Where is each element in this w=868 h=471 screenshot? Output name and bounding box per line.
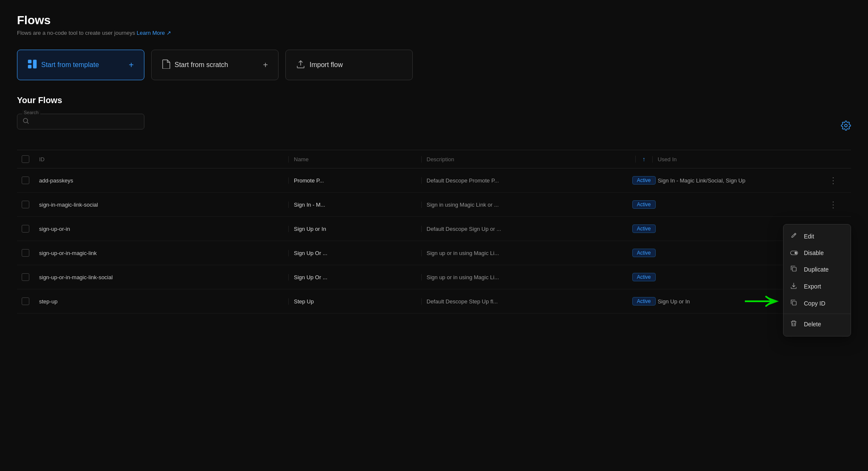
- edit-icon: [790, 232, 799, 241]
- header-name: Name: [288, 156, 421, 163]
- header-description: Description: [421, 156, 635, 163]
- copy-id-icon: [790, 299, 799, 308]
- row-id-4: sign-up-or-in-magic-link-social: [34, 274, 288, 280]
- page-header: Flows Flows are a no-code tool to create…: [17, 14, 851, 36]
- row-checkbox-col: [17, 201, 34, 208]
- row-id-0: add-passkeys: [34, 177, 288, 184]
- import-flow-label: Import flow: [310, 61, 343, 69]
- header-checkbox-col: [17, 155, 34, 163]
- context-menu-duplicate[interactable]: Duplicate: [783, 261, 851, 278]
- row-more-button-0[interactable]: ⋮: [826, 174, 841, 186]
- context-menu-delete[interactable]: Delete: [783, 316, 851, 333]
- row-name-1: Sign In - M...: [288, 202, 421, 208]
- row-status-2: Active: [635, 224, 652, 233]
- plus-icon-scratch: +: [263, 60, 268, 70]
- table-header: ID Name Description ↑ Used In: [17, 150, 851, 168]
- table-row: sign-up-or-in-magic-link-social Sign Up …: [17, 265, 851, 289]
- row-checkbox-2[interactable]: [22, 225, 29, 233]
- export-label: Export: [804, 283, 821, 290]
- duplicate-label: Duplicate: [804, 266, 829, 273]
- start-from-scratch-label: Start from scratch: [175, 61, 228, 69]
- external-link-icon: ↗: [166, 30, 171, 36]
- page-subtitle: Flows are a no-code tool to create user …: [17, 30, 851, 36]
- row-checkbox-3[interactable]: [22, 249, 29, 257]
- header-id: ID: [34, 156, 288, 163]
- row-status-0: Active: [635, 176, 652, 185]
- table-row: add-passkeys Promote P... Default Descop…: [17, 168, 851, 193]
- row-more-button-1[interactable]: ⋮: [826, 199, 841, 210]
- row-desc-3: Sign up or in using Magic Li...: [421, 250, 635, 256]
- context-menu-divider: [783, 314, 851, 314]
- row-name-2: Sign Up or In: [288, 226, 421, 232]
- row-id-3: sign-up-or-in-magic-link: [34, 250, 288, 256]
- search-label: Search: [22, 110, 40, 115]
- flows-table: ID Name Description ↑ Used In: [17, 150, 851, 314]
- row-id-2: sign-up-or-in: [34, 226, 288, 232]
- context-menu-export[interactable]: Export: [783, 278, 851, 295]
- context-menu-edit[interactable]: Edit: [783, 228, 851, 245]
- page-title: Flows: [17, 14, 851, 27]
- row-name-4: Sign Up Or ...: [288, 274, 421, 280]
- start-from-template-button[interactable]: Start from template +: [17, 50, 144, 80]
- search-row: Search: [17, 114, 851, 140]
- row-id-1: sign-in-magic-link-social: [34, 202, 288, 208]
- row-actions-1: ⋮ Edit: [826, 199, 851, 210]
- sort-icon: ↑: [643, 156, 645, 163]
- table-row: step-up Step Up Default Descope Step Up …: [17, 289, 851, 314]
- search-icon: [23, 118, 29, 126]
- row-status-5: Active: [635, 297, 652, 306]
- header-usedin: Used In: [652, 156, 826, 163]
- action-buttons: Start from template + Start from scratch…: [17, 50, 851, 80]
- flows-section: Your Flows Search: [17, 95, 851, 314]
- duplicate-icon: [790, 265, 799, 274]
- import-flow-button[interactable]: Import flow: [285, 50, 413, 80]
- start-from-template-label: Start from template: [41, 61, 99, 69]
- row-checkbox-1[interactable]: [22, 201, 29, 208]
- row-name-0: Promote P...: [288, 177, 421, 184]
- row-desc-0: Default Descope Promote P...: [421, 177, 635, 184]
- context-menu-disable[interactable]: Disable: [783, 245, 851, 261]
- context-menu-copy-id[interactable]: Copy ID: [783, 295, 851, 312]
- upload-icon: [296, 59, 305, 71]
- arrow-indicator: [745, 295, 779, 308]
- learn-more-link[interactable]: Learn More ↗: [137, 30, 171, 36]
- row-desc-5: Default Descope Step Up fl...: [421, 298, 635, 305]
- row-desc-4: Sign up or in using Magic Li...: [421, 274, 635, 280]
- header-sort[interactable]: ↑: [635, 156, 652, 163]
- svg-rect-6: [792, 267, 796, 271]
- document-icon: [162, 59, 170, 71]
- table-row: sign-up-or-in Sign Up or In Default Desc…: [17, 217, 851, 241]
- svg-rect-2: [33, 60, 37, 68]
- plus-icon-template: +: [129, 60, 134, 70]
- row-status-4: Active: [635, 273, 652, 281]
- svg-point-5: [795, 252, 797, 254]
- trash-icon: [790, 320, 799, 328]
- row-checkbox-5[interactable]: [22, 297, 29, 305]
- copy-id-label: Copy ID: [804, 300, 826, 307]
- select-all-checkbox[interactable]: [22, 155, 29, 163]
- table-row: sign-up-or-in-magic-link Sign Up Or ... …: [17, 241, 851, 265]
- toggle-icon: [790, 249, 799, 257]
- row-status-3: Active: [635, 249, 652, 257]
- context-menu: Edit Disable: [783, 224, 851, 336]
- edit-label: Edit: [804, 233, 814, 240]
- search-container: Search: [17, 114, 144, 129]
- row-usedin-0: Sign In - Magic Link/Social, Sign Up: [652, 177, 826, 184]
- start-from-scratch-button[interactable]: Start from scratch +: [151, 50, 279, 80]
- row-checkbox-0[interactable]: [22, 177, 29, 184]
- settings-gear-icon[interactable]: [841, 121, 851, 133]
- export-icon: [790, 282, 799, 291]
- row-checkbox-col: [17, 177, 34, 184]
- template-icon: [28, 59, 37, 71]
- flows-section-title: Your Flows: [17, 95, 851, 105]
- row-name-3: Sign Up Or ...: [288, 250, 421, 256]
- row-checkbox-4[interactable]: [22, 273, 29, 281]
- table-row: sign-in-magic-link-social Sign In - M...…: [17, 193, 851, 217]
- svg-rect-1: [28, 65, 31, 68]
- search-input[interactable]: [33, 118, 139, 125]
- delete-label: Delete: [804, 321, 821, 328]
- row-id-5: step-up: [34, 298, 288, 305]
- row-actions-0: ⋮: [826, 174, 851, 186]
- search-input-wrapper: [17, 114, 144, 129]
- svg-rect-0: [28, 60, 31, 63]
